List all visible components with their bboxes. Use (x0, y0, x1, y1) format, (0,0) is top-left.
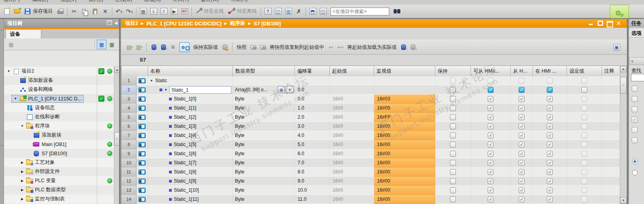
name-cell[interactable]: Static_1[4] (148, 131, 233, 140)
tree-scrollbar[interactable]: ≡ (114, 67, 119, 204)
table-scroll-down-button[interactable] (620, 197, 627, 204)
offset-cell[interactable]: 7.0 (295, 158, 330, 167)
tree-item[interactable]: ▼项目2✓ (4, 67, 114, 76)
expander-icon[interactable]: ▼ (20, 124, 24, 128)
add-row-button[interactable]: ▥▾ (135, 42, 144, 52)
offset-cell[interactable]: 10.0 (295, 186, 330, 195)
menu-item[interactable]: 帮助(H) (231, 0, 247, 3)
monitorvalue-cell[interactable]: 16#00 (374, 158, 435, 167)
hmi-visible-checkbox[interactable] (547, 96, 553, 102)
tree-scroll-thumb[interactable]: ≡ (114, 132, 119, 146)
datatype-cell[interactable] (233, 76, 295, 85)
table-row[interactable]: 9Static_1[6]Byte6.016#016#00 (121, 149, 620, 158)
row-number[interactable]: 12 (121, 177, 136, 186)
find-option-checkbox[interactable] (632, 127, 638, 133)
datatype-cell[interactable]: Byte (233, 158, 295, 167)
retain-checkbox[interactable] (450, 196, 456, 202)
comment-cell[interactable] (602, 104, 620, 113)
setpoint-checkbox[interactable] (581, 187, 587, 193)
hmi-accessible-checkbox[interactable] (488, 123, 494, 129)
name-cell[interactable]: Static_1[2] (148, 113, 233, 122)
row-number[interactable]: 10 (121, 158, 136, 167)
comment-cell[interactable] (602, 113, 620, 122)
offset-cell[interactable] (295, 76, 330, 85)
expander-icon[interactable]: ▼ (150, 79, 153, 83)
undo-button[interactable]: ↶± (114, 6, 124, 17)
retain-checkbox[interactable] (450, 178, 456, 184)
monitor-all-button[interactable] (179, 42, 190, 52)
keep-actual-values-label[interactable]: 保持实际值 (193, 44, 218, 51)
hmi-visible-checkbox[interactable] (547, 151, 553, 157)
hmi-accessible-checkbox[interactable] (488, 96, 494, 102)
table-row[interactable]: 7Static_1[4]Byte4.016#016#00 (121, 131, 620, 140)
menu-item[interactable]: 工具(T) (173, 0, 189, 3)
offset-cell[interactable]: 5.0 (295, 140, 330, 149)
setpoint-checkbox[interactable] (581, 196, 587, 202)
monitorvalue-cell[interactable] (374, 76, 435, 85)
monitorvalue-cell[interactable]: 16#00 (374, 122, 435, 131)
retain-checkbox[interactable] (450, 187, 456, 193)
hmi-accessible-checkbox[interactable] (488, 133, 494, 139)
retain-checkbox[interactable] (450, 96, 456, 102)
setpoint-checkbox[interactable] (581, 142, 587, 148)
datatype-cell[interactable]: Byte (233, 140, 295, 149)
comment-cell[interactable] (602, 195, 620, 204)
monitorvalue-cell[interactable]: 16#00 (374, 195, 435, 204)
header-hmi-writable[interactable]: 从 H... (511, 66, 533, 76)
header-hmi-accessible[interactable]: 可从 HMI/... (471, 66, 511, 76)
expander-icon[interactable]: ▶ (20, 170, 24, 173)
breadcrumb-item[interactable]: 程序块 (230, 20, 245, 27)
header-setpoint[interactable]: 设定值 (567, 66, 602, 76)
setpoint-checkbox[interactable] (581, 169, 587, 175)
table-row[interactable]: 6Static_1[3]Byte3.016#016#00 (121, 122, 620, 131)
delete-button[interactable]: ✕ (100, 6, 110, 17)
header-monitorvalue[interactable]: 监视值 (374, 66, 435, 76)
offset-cell[interactable]: 8.0 (295, 167, 330, 177)
name-cell[interactable]: Static_1[5] (148, 140, 233, 149)
breadcrumb-item[interactable]: S7 [DB100] (254, 21, 281, 27)
hmi-accessible-checkbox[interactable] (488, 87, 494, 93)
comment-cell[interactable] (602, 94, 620, 104)
expander-icon[interactable]: ▶ (20, 188, 24, 192)
setpoint-checkbox[interactable] (581, 123, 587, 129)
retain-button[interactable]: 🔒 (220, 42, 230, 52)
name-cell[interactable]: Static_1[6] (148, 149, 233, 158)
tree-item[interactable]: ▼程序块 (4, 121, 114, 131)
monitorvalue-cell[interactable]: 16#00 (374, 131, 435, 140)
startvalue-cell[interactable]: 16#0 (330, 158, 374, 167)
monitorvalue-cell[interactable]: 16#05 (374, 104, 435, 113)
tree-item[interactable]: S7 [DB100] (4, 149, 114, 158)
setpoint-checkbox[interactable] (581, 114, 587, 120)
datatype-cell[interactable]: Byte (233, 195, 295, 204)
find-option-checkbox[interactable] (632, 106, 638, 112)
export-view-icon[interactable]: ▦ (107, 40, 117, 49)
hmi-visible-checkbox[interactable] (547, 196, 553, 202)
stop-cpu-button[interactable]: RT (179, 6, 190, 17)
retain-checkbox[interactable] (450, 114, 456, 120)
monitorvalue-cell[interactable] (374, 85, 435, 94)
tree-item[interactable]: ▶工艺对象 (4, 158, 114, 167)
tree-item[interactable]: ▶监控与强制表 (4, 194, 114, 204)
hmi-visible-checkbox[interactable] (547, 78, 553, 84)
comment-cell[interactable] (602, 167, 620, 177)
startvalue-cell[interactable]: 16#0 (330, 113, 374, 122)
header-offset[interactable]: 偏移量 (295, 66, 330, 76)
comment-cell[interactable] (602, 85, 620, 94)
hmi-accessible-checkbox[interactable] (488, 105, 494, 111)
collapse-panel-icon[interactable]: ◀ (114, 21, 117, 25)
search-direction-radio[interactable] (632, 159, 638, 164)
startvalue-cell[interactable]: 16#0 (330, 167, 374, 177)
split-vertical-button[interactable]: ◫ (318, 6, 328, 17)
datatype-cell[interactable]: Byte (233, 104, 295, 113)
datatype-cell[interactable]: Byte (233, 186, 295, 195)
find-option-checkbox[interactable] (632, 86, 638, 92)
hmi-visible-checkbox[interactable] (547, 105, 553, 111)
offset-cell[interactable]: 3.0 (295, 122, 330, 131)
name-cell[interactable]: Static_1[11] (148, 195, 233, 204)
hmi-visible-checkbox[interactable] (547, 123, 553, 129)
find-replace-section-bar[interactable]: ∨ (629, 57, 644, 65)
datatype-cell[interactable]: Byte (233, 149, 295, 158)
monitorvalue-cell[interactable]: 16#00 (374, 167, 435, 177)
hmi-accessible-checkbox[interactable] (488, 160, 494, 166)
comment-cell[interactable] (602, 76, 620, 85)
